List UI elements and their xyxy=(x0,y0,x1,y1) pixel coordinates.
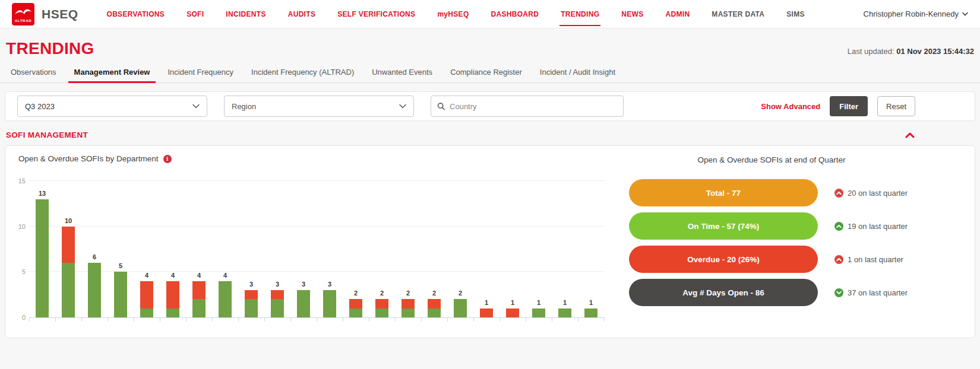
overdue-segment xyxy=(245,290,258,299)
bar-group: 3 xyxy=(317,281,343,317)
tab-compliance-register[interactable]: Compliance Register xyxy=(444,62,528,82)
overdue-segment xyxy=(192,281,206,300)
nav-item-master-data[interactable]: MASTER DATA xyxy=(712,0,764,28)
stacked-bar xyxy=(532,308,545,317)
nav-item-admin[interactable]: ADMIN xyxy=(666,0,690,28)
nav-item-sims[interactable]: SIMS xyxy=(786,0,805,28)
gridline xyxy=(29,180,604,181)
stacked-bar xyxy=(349,299,362,317)
overdue-segment xyxy=(166,281,179,308)
quarter-select[interactable]: Q3 2023 xyxy=(17,96,207,117)
nav-item-myhseq[interactable]: myHSEQ xyxy=(437,0,469,28)
user-menu[interactable]: Christopher Robin-Kennedy xyxy=(864,9,968,18)
stacked-bar xyxy=(506,308,519,317)
country-search-input[interactable] xyxy=(450,102,617,111)
bar-value-label: 3 xyxy=(302,281,305,288)
show-advanced-link[interactable]: Show Advanced xyxy=(761,102,820,111)
overdue-segment xyxy=(349,299,362,308)
bar-value-label: 13 xyxy=(39,190,46,197)
ontime-segment xyxy=(192,299,206,317)
app-name: HSEQ xyxy=(42,7,78,21)
tab-incident-audit-insight[interactable]: Incident / Audit Insight xyxy=(534,62,621,82)
altrad-logo-icon[interactable]: ALTRAD xyxy=(12,3,34,26)
stats-panel: Open & Overdue SOFIs at end of Quarter T… xyxy=(623,146,920,338)
bar-value-label: 10 xyxy=(65,217,72,224)
last-updated: Last updated: 01 Nov 2023 15:44:32 xyxy=(848,47,974,58)
stacked-bar xyxy=(402,299,415,317)
ontime-segment xyxy=(584,308,598,317)
bar-value-label: 6 xyxy=(93,253,96,260)
country-search[interactable] xyxy=(431,96,624,117)
filter-bar: Q3 2023 Region Show Advanced Filter Rese… xyxy=(5,91,975,121)
chart-title-text: Open & Overdue SOFIs by Department xyxy=(18,154,159,163)
sofi-management-panel: Open & Overdue SOFIs by Department i 051… xyxy=(5,145,975,338)
x-tick xyxy=(108,317,108,322)
bar-group: 13 xyxy=(29,190,55,317)
bar-value-label: 1 xyxy=(563,299,567,306)
stacked-bar xyxy=(297,290,310,317)
bar-value-label: 4 xyxy=(145,272,148,279)
kpi-delta: 20 on last quarter xyxy=(834,189,908,198)
kpi-pill-overdue-20-26: Overdue - 20 (26%) xyxy=(629,246,818,273)
stacked-bar xyxy=(36,199,49,317)
ontime-segment xyxy=(454,299,467,317)
main-nav: OBSERVATIONSSOFIINCIDENTSAUDITSSELF VERI… xyxy=(107,0,805,28)
region-select[interactable]: Region xyxy=(224,96,414,117)
bar-value-label: 3 xyxy=(249,281,253,288)
kpi-delta-text: 1 on last quarter xyxy=(848,255,903,264)
tab-incident-frequency-altrad[interactable]: Incident Frequency (ALTRAD) xyxy=(245,62,360,82)
chevron-up-icon xyxy=(905,132,915,138)
y-tick-label: 15 xyxy=(14,177,26,184)
stacked-bar xyxy=(271,290,284,317)
collapse-section-button[interactable] xyxy=(905,132,915,138)
nav-item-audits[interactable]: AUDITS xyxy=(288,0,315,28)
delta-up-icon xyxy=(834,189,843,198)
bar-value-label: 2 xyxy=(406,290,410,297)
x-tick xyxy=(81,317,82,322)
x-tick xyxy=(369,317,369,322)
nav-item-incidents[interactable]: INCIDENTS xyxy=(226,0,265,28)
info-icon[interactable]: i xyxy=(163,155,172,163)
tab-observations[interactable]: Observations xyxy=(5,62,62,82)
nav-item-trending[interactable]: TRENDING xyxy=(561,0,599,28)
x-tick xyxy=(395,317,396,322)
stacked-bar xyxy=(62,227,75,317)
tab-incident-frequency[interactable]: Incident Frequency xyxy=(162,62,239,82)
kpi-delta: 19 on last quarter xyxy=(834,222,908,231)
tab-management-review[interactable]: Management Review xyxy=(68,62,156,82)
reset-button[interactable]: Reset xyxy=(877,96,915,116)
overdue-segment xyxy=(480,308,493,317)
kpi-pill-total-77: Total - 77 xyxy=(629,179,818,206)
bar-group: 3 xyxy=(238,281,264,317)
tab-bar: ObservationsManagement ReviewIncident Fr… xyxy=(0,62,980,83)
bar-group: 3 xyxy=(264,281,290,317)
overdue-segment xyxy=(402,299,415,308)
tab-unwanted-events[interactable]: Unwanted Events xyxy=(366,62,438,82)
nav-item-dashboard[interactable]: DASHBOARD xyxy=(491,0,539,28)
bar-value-label: 2 xyxy=(459,290,462,297)
chart-area: 051015 131065444433332222211111 xyxy=(14,182,604,318)
nav-item-self-verifications[interactable]: SELF VERIFICATIONS xyxy=(337,0,415,28)
stacked-bar xyxy=(166,281,179,317)
bar-value-label: 4 xyxy=(197,272,201,279)
nav-item-observations[interactable]: OBSERVATIONS xyxy=(107,0,165,28)
ontime-segment xyxy=(88,263,101,317)
stacked-bar xyxy=(245,290,258,317)
x-tick xyxy=(29,317,30,322)
bar-value-label: 2 xyxy=(380,290,384,297)
nav-item-sofi[interactable]: SOFI xyxy=(186,0,204,28)
overdue-segment xyxy=(506,308,519,317)
bar-group: 1 xyxy=(500,299,526,317)
chart-title: Open & Overdue SOFIs by Department i xyxy=(18,154,172,163)
bar-group: 2 xyxy=(395,290,421,317)
ontime-segment xyxy=(402,308,415,317)
x-tick xyxy=(343,317,343,322)
region-select-placeholder: Region xyxy=(232,102,256,111)
stacked-bar xyxy=(219,281,232,317)
bar-group: 3 xyxy=(290,281,317,317)
filter-button[interactable]: Filter xyxy=(830,96,868,116)
sofi-management-section-header[interactable]: SOFI MANAGEMENT xyxy=(0,121,980,145)
bar-value-label: 3 xyxy=(328,281,331,288)
nav-item-news[interactable]: NEWS xyxy=(621,0,643,28)
overdue-segment xyxy=(62,227,75,263)
